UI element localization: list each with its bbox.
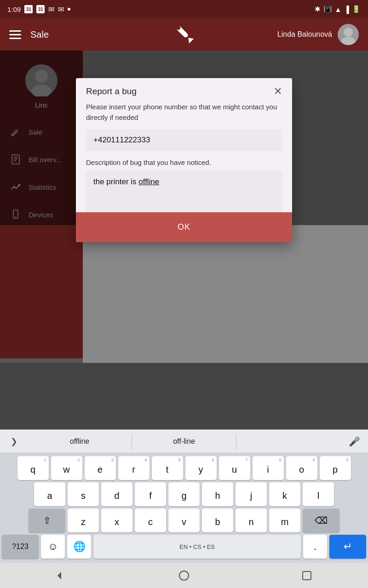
calendar-icon-1: 31: [24, 5, 33, 13]
key-b[interactable]: b: [202, 509, 233, 532]
svg-rect-15: [303, 571, 311, 580]
key-s[interactable]: s: [68, 482, 99, 506]
key-row-3: ⇧ z x c v b n m ⌫: [2, 509, 366, 532]
key-o[interactable]: 9o: [286, 456, 317, 480]
wifi-icon: ▲: [335, 6, 342, 13]
shift-key[interactable]: ⇧: [29, 509, 65, 532]
user-name: Linda Balounová: [277, 30, 332, 39]
globe-icon: 🌐: [73, 541, 86, 553]
nav-bar: [0, 563, 368, 588]
suggestion-empty: [236, 438, 340, 445]
space-key[interactable]: EN • CS • ES: [93, 535, 301, 559]
time-display: 1:09: [7, 6, 21, 13]
mic-button[interactable]: 🎤: [340, 436, 368, 447]
signal-icon: ▐: [344, 6, 349, 13]
key-t[interactable]: 5t: [152, 456, 183, 480]
key-z[interactable]: z: [68, 509, 99, 532]
offline-word: offline: [138, 177, 159, 186]
svg-point-4: [341, 37, 355, 45]
enter-key[interactable]: ↵: [329, 535, 366, 559]
key-v[interactable]: v: [168, 509, 200, 532]
backspace-key[interactable]: ⌫: [303, 509, 339, 532]
key-r[interactable]: 4r: [118, 456, 150, 480]
key-l[interactable]: l: [303, 482, 334, 506]
user-avatar: [338, 24, 359, 45]
key-row-1: 1q 2w 3e 4r 5t 6y 7u 8i 9o 0p: [2, 456, 366, 480]
user-info: Linda Balounová: [277, 24, 359, 45]
key-row-2: a s d f g h j k l: [2, 482, 366, 506]
dialog-body: Please insert your phone number so that …: [76, 102, 292, 212]
app-logo: [172, 22, 196, 47]
key-g[interactable]: g: [168, 482, 200, 506]
svg-point-14: [179, 571, 189, 580]
hamburger-menu[interactable]: [9, 30, 21, 39]
emoji-key[interactable]: ☺: [41, 535, 65, 559]
sym-label: ?123: [12, 543, 29, 551]
dialog-instruction: Please insert your phone number so that …: [86, 102, 282, 123]
key-p[interactable]: 0p: [320, 456, 351, 480]
key-x[interactable]: x: [101, 509, 132, 532]
key-j[interactable]: j: [236, 482, 267, 506]
keyboard: ❯ offline off-line 🎤 1q 2w 3e 4r 5t 6y 7…: [0, 430, 368, 563]
emoji-icon: ☺: [48, 541, 58, 553]
key-q[interactable]: 1q: [17, 456, 49, 480]
mail-icon-2: ✉: [58, 5, 64, 14]
nav-back-button[interactable]: [47, 566, 75, 585]
bug-description-label: Description of bug that you have noticed…: [86, 158, 282, 166]
suggestion-offline[interactable]: offline: [28, 434, 132, 449]
phone-input[interactable]: [86, 129, 282, 151]
key-i[interactable]: 8i: [253, 456, 284, 480]
dialog-header: Report a bug ✕: [76, 78, 292, 102]
key-c[interactable]: c: [135, 509, 166, 532]
backspace-icon: ⌫: [315, 515, 328, 526]
key-n[interactable]: n: [236, 509, 267, 532]
key-row-4: ?123 ☺ 🌐 EN • CS • ES . ↵: [2, 535, 366, 559]
sym-key[interactable]: ?123: [2, 535, 39, 559]
autocomplete-suggestions: offline off-line: [28, 434, 340, 449]
ok-button[interactable]: OK: [76, 212, 292, 242]
dialog-backdrop: Report a bug ✕ Please insert your phone …: [0, 51, 368, 225]
suggestion-off-line[interactable]: off-line: [132, 434, 236, 449]
key-d[interactable]: d: [101, 482, 132, 506]
key-a[interactable]: a: [34, 482, 65, 506]
expand-suggestions-button[interactable]: ❯: [0, 436, 28, 447]
key-rows: 1q 2w 3e 4r 5t 6y 7u 8i 9o 0p a s d f g …: [0, 453, 368, 563]
period-label: .: [314, 541, 316, 553]
svg-marker-13: [58, 572, 61, 579]
bluetooth-icon: ✱: [315, 5, 321, 13]
space-label: EN • CS • ES: [179, 543, 215, 550]
svg-point-3: [344, 28, 353, 37]
dialog-close-button[interactable]: ✕: [274, 86, 282, 96]
globe-key[interactable]: 🌐: [67, 535, 91, 559]
autocomplete-bar: ❯ offline off-line 🎤: [0, 430, 368, 453]
key-y[interactable]: 6y: [185, 456, 217, 480]
battery-icon: 🔋: [352, 5, 361, 13]
bug-textarea[interactable]: the printer is offline: [86, 171, 282, 212]
key-f[interactable]: f: [135, 482, 166, 506]
enter-icon: ↵: [344, 541, 352, 553]
report-bug-dialog: Report a bug ✕ Please insert your phone …: [76, 78, 292, 242]
key-w[interactable]: 2w: [51, 456, 82, 480]
status-bar: 1:09 31 31 ✉ ✉ ✱ 📳 ▲ ▐ 🔋: [0, 0, 368, 18]
notification-dot: [68, 8, 70, 11]
period-key[interactable]: .: [303, 535, 327, 559]
app-title: Sale: [30, 29, 49, 40]
dialog-title: Report a bug: [86, 86, 137, 96]
vibrate-icon: 📳: [323, 5, 332, 13]
nav-recents-button[interactable]: [293, 566, 321, 585]
key-u[interactable]: 7u: [219, 456, 250, 480]
calendar-icon-2: 31: [36, 5, 45, 13]
mail-icon-1: ✉: [48, 5, 54, 14]
key-e[interactable]: 3e: [85, 456, 116, 480]
nav-home-button[interactable]: [170, 566, 198, 585]
key-m[interactable]: m: [269, 509, 300, 532]
shift-icon: ⇧: [43, 515, 51, 526]
app-bar: Sale Linda Balounová: [0, 18, 368, 51]
key-h[interactable]: h: [202, 482, 233, 506]
key-k[interactable]: k: [269, 482, 300, 506]
